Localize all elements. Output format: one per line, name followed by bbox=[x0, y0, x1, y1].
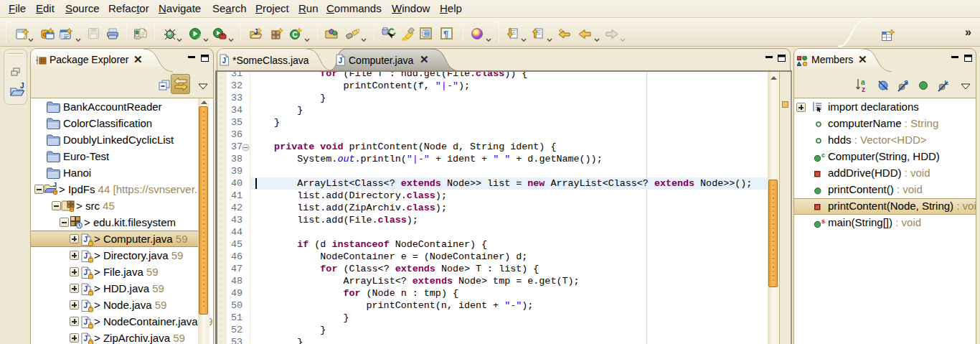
svg-text:J: J bbox=[84, 285, 88, 293]
svg-text:J: J bbox=[84, 252, 88, 260]
svg-text:c: c bbox=[821, 152, 825, 159]
svg-text:J: J bbox=[20, 83, 24, 90]
svg-text:s: s bbox=[821, 218, 825, 225]
svg-text:J: J bbox=[222, 57, 227, 65]
svg-text:J: J bbox=[53, 181, 57, 188]
svg-text:J: J bbox=[339, 57, 343, 65]
svg-text:J: J bbox=[84, 269, 88, 276]
svg-text:J: J bbox=[254, 28, 258, 36]
svg-text:C: C bbox=[293, 31, 298, 39]
svg-text:¶: ¶ bbox=[443, 29, 448, 39]
svg-text:J: J bbox=[84, 302, 88, 310]
svg-text:z: z bbox=[862, 85, 865, 93]
svg-text:J: J bbox=[84, 236, 88, 243]
svg-text:J: J bbox=[84, 335, 88, 343]
svg-text:J: J bbox=[84, 318, 88, 326]
